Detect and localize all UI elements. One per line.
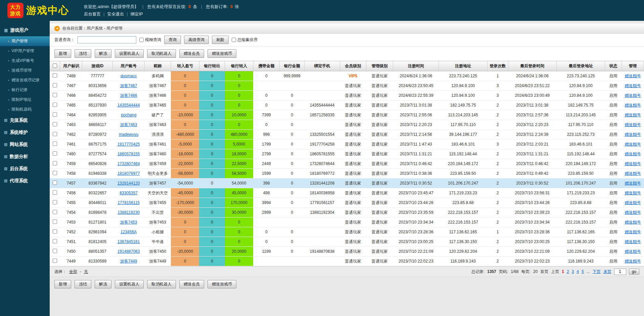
sidebar-item-0-0[interactable]: ▪用户管理 — [0, 36, 50, 46]
sidebar-item-0-6[interactable]: ▪限制IP地址 — [0, 95, 50, 105]
account-link[interactable]: 1860578155 — [118, 152, 140, 156]
row-checkbox[interactable] — [53, 171, 57, 175]
gift-nice-id-link[interactable]: 赠送靓号 — [625, 161, 641, 166]
add-button[interactable]: 新增 — [54, 280, 71, 288]
account-link[interactable]: 1435544444 — [118, 103, 140, 108]
gift-nice-id-link[interactable]: 赠送靓号 — [625, 103, 641, 108]
sidebar-section-5[interactable]: ⊞后台系统 — [0, 163, 50, 175]
row-checkbox[interactable] — [53, 83, 57, 87]
gift-nice-id-link[interactable]: 赠送靓号 — [625, 181, 641, 186]
set-robot-button[interactable]: 设置机器人 — [115, 280, 144, 288]
unfreeze-button[interactable]: 解冻 — [95, 49, 111, 58]
column-header-lastaddr[interactable]: 最后登录地址 — [556, 61, 605, 71]
account-link[interactable]: 123456A — [121, 230, 137, 234]
account-link[interactable]: duomacc — [121, 74, 137, 78]
gift-coin-button[interactable]: 赠送游戏币 — [208, 280, 236, 288]
column-header-in[interactable]: 银行转入 — [225, 61, 254, 71]
column-header-gid[interactable]: 游戏ID — [82, 61, 113, 71]
add-button[interactable]: 新增 — [54, 49, 71, 58]
sidebar-section-1[interactable]: ⊞充值系统 — [0, 114, 50, 126]
sidebar-section-2[interactable]: ⊞系统维护 — [0, 126, 50, 139]
account-link[interactable]: pochang — [121, 113, 136, 117]
sidebar-item-0-2[interactable]: ▪生成VIP账号 — [0, 56, 50, 66]
sidebar-section-3[interactable]: ⊞网站系统 — [0, 139, 50, 151]
gift-coin-button[interactable]: 赠送游戏币 — [208, 49, 236, 58]
sort-checkbox[interactable] — [232, 38, 236, 42]
account-link[interactable]: 游客7453 — [120, 220, 137, 225]
row-checkbox[interactable] — [53, 73, 57, 78]
goto-page-input[interactable] — [614, 269, 626, 275]
query-button[interactable]: 查询 — [164, 36, 181, 44]
gift-nice-id-link[interactable]: 赠送靓号 — [625, 171, 641, 176]
set-robot-button[interactable]: 设置机器人 — [115, 49, 144, 58]
search-input[interactable] — [78, 36, 136, 43]
gift-member-button[interactable]: 赠送会员 — [179, 49, 204, 58]
fuzzy-checkbox[interactable] — [139, 38, 144, 42]
account-link[interactable]: 游客7467 — [120, 83, 137, 88]
account-link[interactable]: 1914887063 — [118, 249, 140, 254]
column-header-level[interactable]: 管理级别 — [366, 61, 393, 71]
row-checkbox[interactable] — [53, 122, 57, 126]
row-checkbox[interactable] — [53, 200, 57, 204]
next-page[interactable]: 下页 — [593, 269, 601, 275]
column-header-regaddr[interactable]: 注册地址 — [439, 61, 487, 71]
row-checkbox[interactable] — [53, 161, 57, 165]
account-link[interactable]: 1367845161 — [118, 239, 140, 244]
refresh-button[interactable]: 刷新 — [212, 36, 229, 44]
top-link-bind-ip[interactable]: 绑定IP — [131, 12, 143, 16]
gift-nice-id-link[interactable]: 赠送靓号 — [625, 259, 641, 264]
page-2[interactable]: 2 — [567, 269, 569, 274]
page-5[interactable]: 5 — [582, 269, 584, 274]
freeze-button[interactable]: 冻结 — [75, 49, 91, 58]
row-checkbox[interactable] — [53, 181, 57, 185]
account-link[interactable]: 1732607464 — [118, 161, 140, 166]
account-link[interactable]: 游客7463 — [120, 122, 137, 127]
column-header-out[interactable]: 银行转出 — [199, 61, 225, 71]
sidebar-item-0-3[interactable]: ▪游戏币管理 — [0, 66, 50, 75]
row-checkbox[interactable] — [53, 190, 57, 195]
select-none-link[interactable]: 无 — [84, 269, 88, 275]
gift-nice-id-link[interactable]: 赠送靓号 — [625, 249, 641, 254]
row-checkbox[interactable] — [53, 259, 57, 263]
gift-nice-id-link[interactable]: 赠送靓号 — [625, 220, 641, 225]
gift-nice-id-link[interactable]: 赠送靓号 — [625, 122, 641, 127]
column-header-phone[interactable]: 绑定手机 — [305, 61, 340, 71]
freeze-button[interactable]: 冻结 — [75, 280, 91, 288]
page-3[interactable]: 3 — [572, 269, 574, 274]
select-all-checkbox[interactable] — [53, 64, 57, 68]
gift-nice-id-link[interactable]: 赠送靓号 — [625, 142, 641, 147]
row-checkbox[interactable] — [53, 151, 57, 156]
column-header-regtime[interactable]: 注册时间 — [393, 61, 439, 71]
column-header-manage[interactable]: 管理 — [622, 61, 644, 71]
gift-nice-id-link[interactable]: 赠送靓号 — [625, 239, 641, 244]
column-header-member[interactable]: 会员级别 — [340, 61, 366, 71]
row-checkbox[interactable] — [53, 239, 57, 243]
page-4[interactable]: 4 — [577, 269, 579, 274]
column-header-status[interactable]: 状态 — [605, 61, 622, 71]
account-link[interactable]: 1778156115 — [118, 200, 140, 205]
last-page[interactable]: 末页 — [603, 269, 611, 275]
row-checkbox[interactable] — [53, 229, 57, 234]
row-checkbox[interactable] — [53, 249, 57, 253]
gift-nice-id-link[interactable]: 赠送靓号 — [625, 93, 641, 98]
gift-nice-id-link[interactable]: 赠送靓号 — [625, 191, 641, 195]
gift-nice-id-link[interactable]: 赠送靓号 — [625, 74, 641, 78]
go-button[interactable]: go — [629, 269, 639, 275]
column-header-bank[interactable]: 银行金额 — [280, 61, 305, 71]
cancel-robot-button[interactable]: 取消机器人 — [147, 280, 176, 288]
unfreeze-button[interactable]: 解冻 — [95, 280, 111, 288]
sidebar-section-6[interactable]: ⊞代理系统 — [0, 175, 50, 187]
account-link[interactable]: 游客7466 — [120, 93, 137, 98]
sidebar-item-0-7[interactable]: ▪限制机器码 — [0, 105, 50, 114]
row-checkbox[interactable] — [53, 132, 57, 136]
account-link[interactable]: 1818076977 — [118, 171, 140, 176]
sidebar-section-4[interactable]: ⊞数据分析 — [0, 151, 50, 163]
sidebar-section-0[interactable]: ▦游戏用户 — [0, 24, 50, 36]
column-header-carry[interactable]: 携带金额 — [253, 61, 279, 71]
gift-nice-id-link[interactable]: 赠送靓号 — [625, 83, 641, 88]
column-header-id[interactable]: 用户标识 — [60, 61, 82, 71]
column-header-profit[interactable]: 转入盈亏 — [171, 61, 199, 71]
select-all-link[interactable]: 全部 — [69, 269, 77, 275]
row-checkbox[interactable] — [53, 210, 57, 214]
account-link[interactable]: 63305357 — [120, 191, 137, 195]
